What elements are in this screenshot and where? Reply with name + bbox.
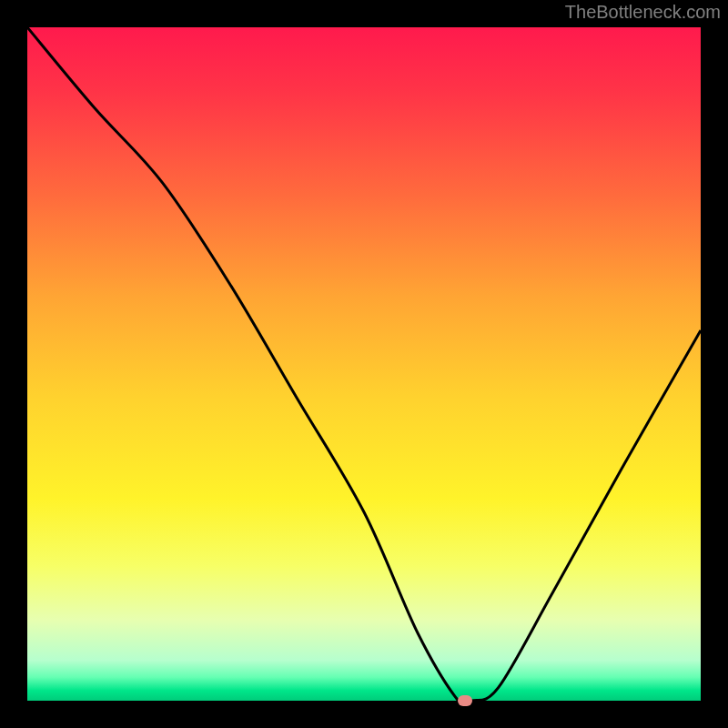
bottleneck-curve xyxy=(27,27,701,701)
optimal-marker xyxy=(458,695,472,706)
plot-area xyxy=(27,27,701,701)
chart-frame: TheBottleneck.com xyxy=(0,0,728,728)
watermark-text: TheBottleneck.com xyxy=(565,2,721,23)
